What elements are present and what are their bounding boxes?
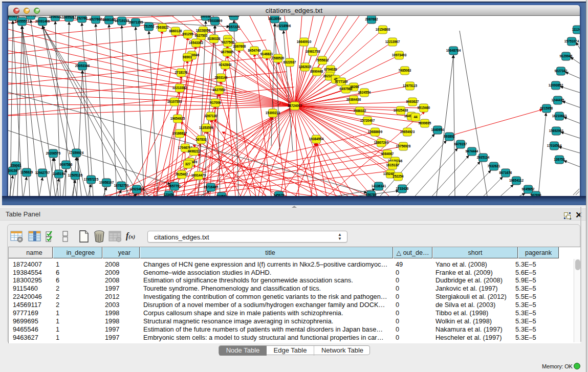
svg-text:567833: 567833 [195, 138, 207, 141]
svg-text:7663822: 7663822 [156, 26, 169, 29]
svg-text:15300213: 15300213 [266, 111, 280, 115]
svg-text:17016504: 17016504 [547, 144, 562, 147]
svg-text:44: 44 [413, 115, 418, 119]
svg-text:810068: 810068 [25, 16, 36, 17]
svg-text:3498222: 3498222 [188, 149, 201, 153]
svg-text:20091406: 20091406 [35, 19, 50, 23]
svg-text:16107553: 16107553 [167, 100, 182, 103]
svg-text:18724007: 18724007 [288, 104, 302, 107]
svg-text:9327506: 9327506 [222, 40, 234, 44]
svg-text:1244415: 1244415 [552, 98, 564, 102]
svg-text:152760: 152760 [76, 16, 88, 20]
svg-text:3267130: 3267130 [205, 114, 217, 118]
svg-text:7986322: 7986322 [354, 109, 366, 113]
svg-text:16640910: 16640910 [297, 40, 312, 43]
svg-text:16543362: 16543362 [189, 41, 204, 45]
svg-text:9327503: 9327503 [195, 34, 208, 37]
svg-text:12923468: 12923468 [129, 187, 144, 191]
svg-text:9227342: 9227342 [555, 69, 568, 73]
svg-text:2935114: 2935114 [477, 156, 490, 159]
svg-text:19654923: 19654923 [400, 130, 415, 134]
svg-text:1527602: 1527602 [90, 17, 102, 21]
svg-text:2367608: 2367608 [233, 45, 246, 48]
svg-text:19756928: 19756928 [396, 144, 411, 148]
svg-text:14055572: 14055572 [15, 19, 30, 23]
svg-text:16671355: 16671355 [128, 20, 143, 24]
svg-text:2718176: 2718176 [175, 71, 188, 74]
svg-text:9515460: 9515460 [418, 106, 430, 110]
svg-text:9242843: 9242843 [219, 63, 232, 67]
svg-text:19218506: 19218506 [276, 24, 291, 28]
svg-text:881305: 881305 [228, 16, 239, 17]
svg-text:10655267: 10655267 [62, 16, 77, 19]
svg-text:7632621: 7632621 [488, 164, 500, 168]
svg-text:160338: 160338 [200, 16, 211, 18]
svg-text:1603678: 1603678 [8, 16, 19, 18]
svg-text:17957225: 17957225 [84, 178, 99, 181]
svg-text:8471676: 8471676 [499, 171, 512, 174]
svg-text:7357224: 7357224 [227, 25, 240, 29]
svg-text:10688609: 10688609 [368, 130, 383, 134]
svg-text:917006: 917006 [210, 101, 221, 104]
svg-text:12093852: 12093852 [549, 83, 563, 87]
svg-text:16210643: 16210643 [552, 114, 567, 118]
svg-text:9097586: 9097586 [60, 163, 73, 166]
svg-text:8454749: 8454749 [248, 49, 261, 52]
svg-text:8860128: 8860128 [169, 29, 182, 33]
svg-text:14136141: 14136141 [372, 184, 386, 188]
svg-text:3624554: 3624554 [358, 91, 371, 94]
svg-text:9129946: 9129946 [560, 54, 573, 58]
svg-text:893892: 893892 [444, 135, 455, 138]
svg-text:8990448: 8990448 [311, 70, 323, 73]
svg-text:11353594: 11353594 [199, 126, 214, 129]
svg-text:6497568: 6497568 [340, 87, 353, 91]
svg-text:3675685: 3675685 [221, 50, 234, 54]
svg-text:751552: 751552 [143, 25, 155, 28]
svg-text:17359924: 17359924 [69, 151, 84, 155]
svg-text:252254: 252254 [393, 174, 404, 178]
svg-text:1640954: 1640954 [431, 128, 444, 132]
svg-text:10154808: 10154808 [376, 28, 390, 31]
svg-text:7625402: 7625402 [176, 172, 188, 176]
svg-text:126753: 126753 [554, 158, 565, 161]
svg-text:1588520: 1588520 [272, 56, 285, 60]
svg-text:327: 327 [185, 162, 191, 166]
svg-text:6479197: 6479197 [454, 142, 467, 146]
svg-text:20206576: 20206576 [46, 151, 61, 155]
svg-text:9474444: 9474444 [466, 149, 478, 153]
svg-text:10719155: 10719155 [115, 19, 129, 23]
svg-text:20364436: 20364436 [346, 98, 361, 101]
svg-text:12505135: 12505135 [68, 173, 83, 177]
svg-text:1156829: 1156829 [20, 170, 33, 174]
svg-text:10025438: 10025438 [394, 108, 408, 112]
svg-text:1362615: 1362615 [299, 65, 312, 69]
svg-text:12975115: 12975115 [403, 84, 418, 87]
svg-text:8813054: 8813054 [269, 17, 281, 20]
svg-text:16033809: 16033809 [208, 19, 223, 23]
svg-text:7955812: 7955812 [316, 58, 329, 62]
svg-text:9245652: 9245652 [522, 187, 535, 191]
svg-text:6466160: 6466160 [103, 18, 116, 21]
svg-text:9463627: 9463627 [406, 100, 419, 103]
svg-text:19384554: 19384554 [309, 137, 324, 141]
svg-text:9657791: 9657791 [168, 184, 181, 188]
svg-text:9084067: 9084067 [381, 152, 394, 156]
svg-text:18807249: 18807249 [374, 141, 389, 144]
svg-text:9146821: 9146821 [260, 52, 273, 56]
svg-text:19654925: 19654925 [170, 117, 185, 120]
svg-text:20053346: 20053346 [75, 64, 90, 68]
svg-text:9699695: 9699695 [419, 121, 431, 125]
svg-text:2803144: 2803144 [215, 76, 228, 79]
svg-text:10648784: 10648784 [446, 49, 461, 52]
svg-text:12942757: 12942757 [35, 171, 50, 174]
svg-text:16782759: 16782759 [114, 184, 129, 187]
svg-text:15751074: 15751074 [564, 39, 579, 43]
svg-text:15720407: 15720407 [360, 119, 375, 122]
svg-text:15692901: 15692901 [549, 129, 564, 133]
svg-text:8215956: 8215956 [540, 106, 553, 110]
svg-text:1733426: 1733426 [396, 187, 409, 190]
svg-text:8427552: 8427552 [213, 88, 226, 92]
svg-text:10654112: 10654112 [509, 179, 524, 182]
svg-text:1615132: 1615132 [386, 163, 399, 167]
svg-text:111245: 111245 [572, 28, 580, 31]
